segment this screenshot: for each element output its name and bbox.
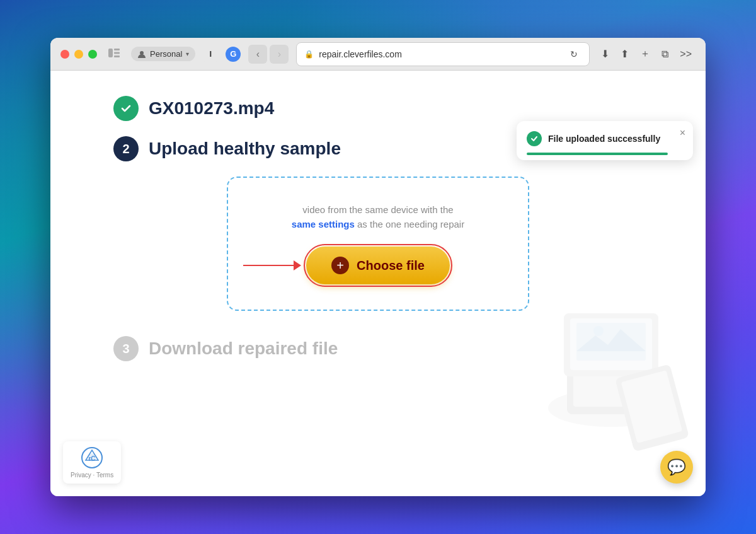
choose-file-label: Choose file xyxy=(357,258,425,273)
toast-notification: File uploaded successfully × xyxy=(517,121,693,160)
browser-titlebar: Personal ▾ I G ‹ › 🔒 repair.cleverfiles.… xyxy=(50,38,706,71)
toast-close-button[interactable]: × xyxy=(680,127,685,139)
step1-filename: GX010273.mp4 xyxy=(149,98,274,119)
step2-title: Upload healthy sample xyxy=(149,139,341,159)
toast-check-icon xyxy=(527,131,542,146)
upload-area: video from the same device with the same… xyxy=(227,177,529,311)
arrow-line xyxy=(243,265,294,266)
more-button[interactable]: >> xyxy=(676,46,696,62)
reload-button[interactable]: ↻ xyxy=(566,47,581,62)
step3-row: 3 Download repaired file xyxy=(113,336,338,361)
share-button[interactable]: ⬆ xyxy=(617,45,633,62)
address-bar[interactable]: 🔒 repair.cleverfiles.com ↻ xyxy=(296,42,590,66)
profile-chevron-icon: ▾ xyxy=(186,50,189,57)
back-button[interactable]: ‹ xyxy=(248,45,267,64)
iso-illustration xyxy=(529,269,693,458)
new-tab-button[interactable]: ＋ xyxy=(636,45,654,63)
toast-progress-bar xyxy=(527,153,668,155)
url-text: repair.cleverfiles.com xyxy=(319,49,561,59)
svg-rect-0 xyxy=(108,49,113,57)
step2-number: 2 xyxy=(122,142,129,156)
svg-point-11 xyxy=(593,326,604,336)
arrow-head xyxy=(294,260,301,270)
choose-file-button[interactable]: + Choose file xyxy=(306,247,450,284)
choose-file-wrapper: + Choose file xyxy=(306,247,450,284)
extension-i-button[interactable]: I xyxy=(203,47,218,62)
step2-badge: 2 xyxy=(113,136,139,161)
hint-bold: same settings xyxy=(292,219,355,229)
sidebar-toggle-button[interactable] xyxy=(105,45,123,63)
profile-button[interactable]: Personal ▾ xyxy=(131,47,195,61)
step3-title: Download repaired file xyxy=(149,339,338,359)
lock-icon: 🔒 xyxy=(304,50,314,59)
extension-g-button[interactable]: G xyxy=(226,47,241,62)
step1-row: GX010273.mp4 xyxy=(113,96,274,121)
forward-button[interactable]: › xyxy=(270,45,289,64)
download-button[interactable]: ⬇ xyxy=(597,45,613,62)
profile-label: Personal xyxy=(150,49,182,59)
recaptcha-icon: rC xyxy=(81,446,103,469)
nav-buttons: ‹ › xyxy=(248,45,289,64)
minimize-button[interactable] xyxy=(74,50,83,59)
step2-row: 2 Upload healthy sample xyxy=(113,136,341,161)
hint-line1: video from the same device with the xyxy=(302,204,453,215)
step3-badge: 3 xyxy=(113,336,139,361)
svg-rect-2 xyxy=(114,52,120,54)
traffic-lights xyxy=(60,50,97,59)
toolbar-icons: ⬇ ⬆ ＋ ⧉ >> xyxy=(597,45,696,63)
step1-check-icon xyxy=(113,96,139,121)
chat-icon: 💬 xyxy=(667,458,686,476)
toast-header: File uploaded successfully xyxy=(527,131,668,146)
svg-text:rC: rC xyxy=(89,455,96,462)
privacy-badge: rC Privacy · Terms xyxy=(63,441,121,484)
privacy-text: Privacy · Terms xyxy=(71,472,113,479)
upload-hint: video from the same device with the same… xyxy=(292,203,464,231)
close-button[interactable] xyxy=(60,50,69,59)
tab-overview-button[interactable]: ⧉ xyxy=(658,46,672,62)
svg-rect-3 xyxy=(114,55,120,57)
browser-window: Personal ▾ I G ‹ › 🔒 repair.cleverfiles.… xyxy=(50,38,706,496)
hint-line2: as the one needing repair xyxy=(357,219,464,229)
svg-rect-1 xyxy=(114,49,120,50)
chat-button[interactable]: 💬 xyxy=(660,451,693,484)
step3-number: 3 xyxy=(122,342,129,356)
arrow-indicator xyxy=(243,260,301,270)
plus-icon: + xyxy=(331,257,349,274)
page-content: GX010273.mp4 2 Upload healthy sample vid… xyxy=(50,71,706,496)
maximize-button[interactable] xyxy=(88,50,97,59)
toast-title: File uploaded successfully xyxy=(548,134,660,144)
